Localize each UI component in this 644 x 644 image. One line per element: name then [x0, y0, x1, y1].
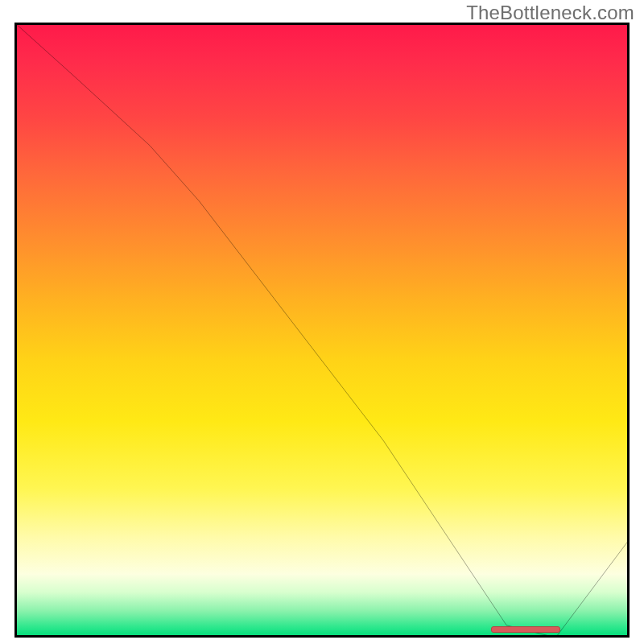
watermark-text: TheBottleneck.com — [466, 2, 634, 24]
optimal-range-marker — [491, 626, 560, 633]
chart-stage: TheBottleneck.com — [0, 0, 644, 644]
plot-area — [14, 23, 630, 638]
bottleneck-curve — [14, 23, 630, 638]
